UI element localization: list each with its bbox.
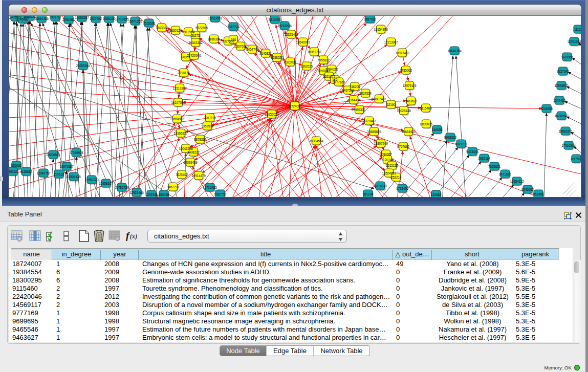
svg-text:9245652: 9245652: [521, 188, 534, 191]
svg-text:835061: 835061: [11, 164, 22, 167]
svg-text:16154808: 16154808: [374, 28, 388, 31]
svg-text:15930023: 15930023: [265, 113, 279, 116]
svg-text:3498222: 3498222: [187, 150, 200, 154]
svg-text:12213382: 12213382: [172, 86, 187, 90]
svg-text:1733426: 1733426: [396, 187, 408, 190]
svg-text:1292346: 1292346: [145, 193, 158, 196]
svg-text:12093872: 12093872: [554, 84, 569, 87]
svg-text:1244415: 1244415: [553, 99, 565, 102]
svg-text:9115460: 9115460: [420, 106, 432, 110]
svg-text:10654112: 10654112: [510, 180, 524, 183]
svg-text:7357224: 7357224: [227, 25, 239, 29]
svg-text:6466160: 6466160: [103, 17, 115, 20]
svg-text:9227342: 9227342: [557, 70, 569, 73]
svg-text:7986372: 7986372: [353, 108, 365, 112]
svg-text:9777169: 9777169: [333, 80, 345, 84]
svg-text:1362615: 1362615: [300, 64, 313, 68]
svg-text:20053346: 20053346: [76, 64, 90, 68]
svg-text:10046758: 10046758: [179, 147, 193, 150]
svg-text:18807249: 18807249: [374, 142, 388, 145]
svg-text:7955812: 7955812: [317, 58, 330, 62]
svg-text:6497508: 6497508: [342, 89, 354, 92]
svg-text:1615132: 1615132: [386, 164, 398, 167]
svg-text:961234: 961234: [363, 192, 374, 196]
svg-text:10975887: 10975887: [59, 165, 74, 168]
svg-text:12505135: 12505135: [67, 175, 81, 179]
svg-text:19654923: 19654923: [401, 130, 416, 134]
svg-text:12213967: 12213967: [384, 40, 398, 44]
svg-text:8813054: 8813054: [269, 18, 281, 21]
svg-text:12942757: 12942757: [36, 171, 51, 175]
svg-text:17016504: 17016504: [561, 144, 576, 147]
svg-text:3215955: 3215955: [540, 107, 553, 111]
svg-text:8938923: 8938923: [444, 136, 456, 139]
svg-text:11123: 11123: [574, 28, 581, 31]
svg-text:6879197: 6879197: [455, 142, 467, 146]
svg-text:16210643: 16210643: [554, 114, 569, 118]
svg-text:62160: 62160: [386, 103, 396, 106]
svg-text:7515526: 7515526: [143, 21, 155, 25]
svg-text:16033809: 16033809: [208, 16, 222, 20]
svg-text:16782759: 16782759: [115, 186, 129, 189]
svg-text:1093717: 1093717: [49, 16, 61, 19]
svg-text:10653267: 10653267: [75, 16, 89, 19]
svg-text:13524851: 13524851: [382, 171, 396, 175]
svg-text:8912954: 8912954: [182, 30, 194, 34]
svg-text:983456: 983456: [159, 193, 169, 196]
svg-text:9757692: 9757692: [397, 145, 409, 148]
svg-text:39152: 39152: [9, 170, 17, 173]
svg-text:1082759: 1082759: [214, 192, 226, 196]
svg-text:7663822: 7663822: [156, 26, 168, 30]
svg-text:18724007: 18724007: [288, 104, 302, 108]
svg-text:22420046: 22420046: [187, 54, 201, 57]
svg-text:124563: 124563: [431, 193, 442, 196]
svg-text:15751074: 15751074: [567, 40, 581, 43]
svg-text:19218506: 19218506: [277, 24, 292, 28]
svg-text:252214: 252214: [391, 176, 402, 179]
svg-text:2054981: 2054981: [62, 18, 75, 21]
svg-text:13325419: 13325419: [284, 33, 298, 36]
svg-text:1115682: 1115682: [20, 170, 32, 173]
svg-text:16914479: 16914479: [191, 174, 206, 178]
svg-text:8878334: 8878334: [194, 138, 206, 141]
svg-text:10973493: 10973493: [395, 51, 409, 55]
svg-text:10719155: 10719155: [115, 17, 129, 21]
svg-text:20206536: 20206536: [46, 153, 60, 157]
svg-text:16107552: 16107552: [171, 101, 185, 104]
svg-text:952456: 952456: [533, 192, 544, 196]
svg-text:746206: 746206: [350, 85, 360, 89]
svg-text:36275: 36275: [191, 34, 200, 37]
svg-text:10671355: 10671355: [128, 19, 142, 23]
svg-text:16648784: 16648784: [447, 49, 462, 53]
svg-text:3267110: 3267110: [204, 116, 216, 120]
svg-text:2935114: 2935114: [478, 157, 490, 160]
svg-text:8186328: 8186328: [208, 37, 220, 41]
svg-text:1353594: 1353594: [201, 124, 213, 128]
svg-text:15716485: 15716485: [203, 186, 217, 189]
svg-text:18640910: 18640910: [296, 40, 310, 44]
svg-text:6899695: 6899695: [420, 122, 432, 126]
svg-text:546: 546: [231, 38, 236, 41]
svg-text:16961758: 16961758: [307, 50, 321, 54]
svg-text:9146821: 9146821: [259, 52, 272, 55]
svg-text:15720407: 15720407: [362, 119, 376, 123]
svg-text:16543382: 16543382: [188, 41, 203, 45]
svg-text:12923466: 12923466: [129, 191, 144, 194]
svg-text:1167533: 1167533: [570, 157, 581, 161]
svg-text:8322037: 8322037: [284, 60, 296, 64]
svg-text:8660124: 8660124: [169, 29, 182, 32]
svg-text:3824554: 3824554: [359, 92, 372, 95]
svg-text:14136141: 14136141: [373, 184, 387, 188]
svg-text:7632621: 7632621: [488, 165, 500, 168]
svg-text:9329966: 9329966: [561, 55, 573, 59]
svg-text:7625402: 7625402: [176, 173, 188, 177]
svg-text:10807487: 10807487: [372, 97, 386, 101]
svg-text:2687682: 2687682: [364, 17, 376, 21]
svg-text:9457791: 9457791: [167, 185, 179, 189]
svg-text:20364436: 20364436: [346, 98, 361, 102]
svg-text:10958107: 10958107: [99, 182, 113, 185]
svg-text:9463627: 9463627: [405, 99, 417, 103]
svg-text:5322605: 5322605: [195, 26, 208, 30]
svg-text:2367608: 2367608: [234, 45, 247, 48]
svg-text:8471676: 8471676: [499, 172, 511, 176]
